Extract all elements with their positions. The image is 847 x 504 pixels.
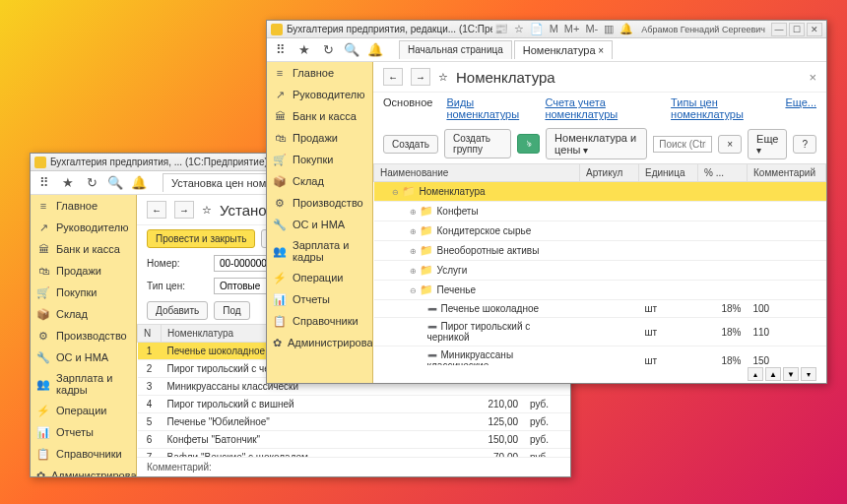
bell-icon[interactable]: 🔔	[367, 42, 383, 58]
item-row[interactable]: ➖Печенье шоколадноешт18%100	[374, 300, 826, 318]
sidebar-item[interactable]: 🏛Банк и касса	[31, 238, 136, 260]
page-title: Номенклатура	[456, 69, 555, 86]
create-button[interactable]: Создать	[383, 135, 438, 154]
sidebar-icon: ≡	[273, 66, 287, 80]
sidebar-item[interactable]: 📦Склад	[267, 170, 372, 192]
subtab-accounts[interactable]: Счета учета номенклатуры	[545, 96, 657, 120]
star-outline-icon[interactable]: ☆	[438, 71, 448, 84]
select-button[interactable]: Под	[214, 301, 249, 320]
sidebar-item[interactable]: 📋Справочники	[31, 443, 136, 465]
search-icon[interactable]: 🔍	[107, 175, 123, 191]
sidebar-item[interactable]: ⚡Операции	[267, 267, 372, 288]
sidebar-item[interactable]: 🛒Покупки	[267, 149, 372, 170]
sidebar-label: Отчеты	[56, 426, 94, 438]
folder-icon: 📁	[420, 264, 433, 276]
feed-button[interactable]: ঌ	[517, 134, 540, 154]
bell-icon[interactable]: 🔔	[131, 175, 147, 191]
col-comment[interactable]: Комментарий	[748, 164, 826, 182]
folder-row[interactable]: ⊕📁Внеоборотные активы	[374, 241, 826, 261]
history-icon[interactable]: ↻	[320, 42, 336, 58]
nav-back[interactable]: ←	[383, 68, 403, 86]
sidebar-label: Зарплата и кадры	[293, 239, 366, 263]
sidebar-item[interactable]: 🛒Покупки	[31, 282, 136, 303]
sidebar-item[interactable]: ✿Администрирование	[267, 332, 372, 353]
table-row[interactable]: 4Пирог тирольский с вишней210,00руб.	[138, 396, 570, 413]
sidebar-item[interactable]: 🛍Продажи	[31, 260, 136, 282]
sidebar-item[interactable]: 🔧ОС и НМА	[31, 346, 136, 368]
scroll-up-button[interactable]: ▲	[765, 367, 781, 381]
sidebar-icon: ≡	[36, 199, 50, 213]
item-row[interactable]: ➖Миникруассаны классическиешт18%150	[374, 346, 826, 366]
subtab-pricetypes[interactable]: Типы цен номенклатуры	[671, 96, 771, 120]
table-row[interactable]: 7Вафли "Венские" с шоколадом70,00руб.	[138, 449, 570, 458]
sidebar-item[interactable]: ≡Главное	[267, 62, 372, 84]
scroll-top-button[interactable]: ▴	[748, 367, 763, 381]
nomenclature-tree[interactable]: Наименование Артикул Единица % ... Комме…	[373, 163, 826, 365]
sidebar-item[interactable]: 📋Справочники	[267, 310, 372, 332]
nav-fwd[interactable]: →	[174, 201, 194, 219]
sidebar-item[interactable]: ⚙Производство	[267, 192, 372, 214]
sidebar-item[interactable]: 🔧ОС и НМА	[267, 214, 372, 235]
maximize-button[interactable]: ☐	[789, 23, 805, 36]
minimize-button[interactable]: —	[771, 23, 787, 36]
folder-row[interactable]: ⊕📁Услуги	[374, 261, 826, 281]
sidebar-label: Зарплата и кадры	[56, 372, 130, 396]
tab-nomenclature[interactable]: Номенклатура ×	[514, 40, 613, 59]
col-n[interactable]: N	[138, 325, 162, 343]
sidebar-item[interactable]: 📊Отчеты	[267, 288, 372, 310]
table-row[interactable]: 5Печенье "Юбилейное"125,00руб.	[138, 413, 570, 431]
nav-fwd[interactable]: →	[411, 68, 430, 86]
item-icon: ➖	[427, 305, 437, 314]
folder-row[interactable]: ⊕📁Конфеты	[374, 202, 826, 221]
sidebar-item[interactable]: ⚙Производство	[31, 325, 136, 346]
search-icon[interactable]: 🔍	[344, 42, 359, 58]
tab-start[interactable]: Начальная страница	[399, 40, 512, 59]
sidebar-item[interactable]: 👥Зарплата и кадры	[31, 368, 136, 400]
star-outline-icon[interactable]: ☆	[202, 204, 212, 217]
nom-price-button[interactable]: Номенклатура и цены ▾	[546, 128, 647, 159]
subtab-types[interactable]: Виды номенклатуры	[446, 96, 531, 120]
sidebar-item[interactable]: ↗Руководителю	[267, 84, 372, 105]
table-row[interactable]: 6Конфеты "Батончик"150,00руб.	[138, 431, 570, 449]
sidebar-item[interactable]: ≡Главное	[31, 195, 136, 217]
add-button[interactable]: Добавить	[147, 301, 208, 320]
folder-row[interactable]: ⊖📁Печенье	[374, 281, 826, 300]
close-button[interactable]: ✕	[807, 23, 822, 36]
col-name[interactable]: Наименование	[374, 164, 580, 182]
sidebar-label: Администрирование	[51, 470, 137, 476]
star-icon[interactable]: ★	[296, 42, 312, 58]
star-icon[interactable]: ★	[60, 175, 76, 191]
col-pct[interactable]: % ...	[698, 164, 748, 182]
sidebar-item[interactable]: 🏛Банк и касса	[267, 105, 372, 127]
sidebar-icon: ⚙	[36, 329, 50, 343]
subtab-main[interactable]: Основное	[383, 96, 432, 120]
clear-search-button[interactable]: ×	[718, 135, 742, 154]
item-row[interactable]: ➖Пирог тирольский с черникойшт18%110	[374, 318, 826, 346]
help-button[interactable]: ?	[793, 135, 816, 154]
more-button[interactable]: Еще ▾	[748, 129, 787, 159]
sidebar-item[interactable]: 📊Отчеты	[31, 421, 136, 443]
sidebar-item[interactable]: 👥Зарплата и кадры	[267, 235, 372, 267]
search-input[interactable]	[653, 136, 712, 153]
close-page-icon[interactable]: ×	[809, 70, 816, 85]
sidebar-icon: 🛍	[273, 131, 287, 145]
scroll-bottom-button[interactable]: ▾	[801, 367, 816, 381]
post-close-button[interactable]: Провести и закрыть	[147, 229, 255, 248]
sidebar-item[interactable]: ↗Руководителю	[31, 217, 136, 238]
sidebar-item[interactable]: 📦Склад	[31, 303, 136, 325]
menu-icon[interactable]: ⠿	[273, 42, 289, 58]
folder-row[interactable]: ⊕📁Кондитерское сырье	[374, 221, 826, 241]
sidebar-item[interactable]: ✿Администрирование	[31, 465, 136, 476]
sidebar-item[interactable]: ⚡Операции	[31, 400, 136, 421]
sidebar-item[interactable]: 🛍Продажи	[267, 127, 372, 149]
col-unit[interactable]: Единица	[639, 164, 698, 182]
create-group-button[interactable]: Создать группу	[444, 129, 511, 158]
scroll-down-button[interactable]: ▼	[783, 367, 799, 381]
item-icon: ➖	[427, 323, 437, 332]
folder-row[interactable]: ⊖📁Номенклатура	[374, 182, 826, 202]
col-article[interactable]: Артикул	[580, 164, 639, 182]
subtab-more[interactable]: Еще...	[785, 96, 816, 120]
history-icon[interactable]: ↻	[84, 175, 99, 191]
menu-icon[interactable]: ⠿	[36, 175, 52, 191]
nav-back[interactable]: ←	[147, 201, 166, 219]
